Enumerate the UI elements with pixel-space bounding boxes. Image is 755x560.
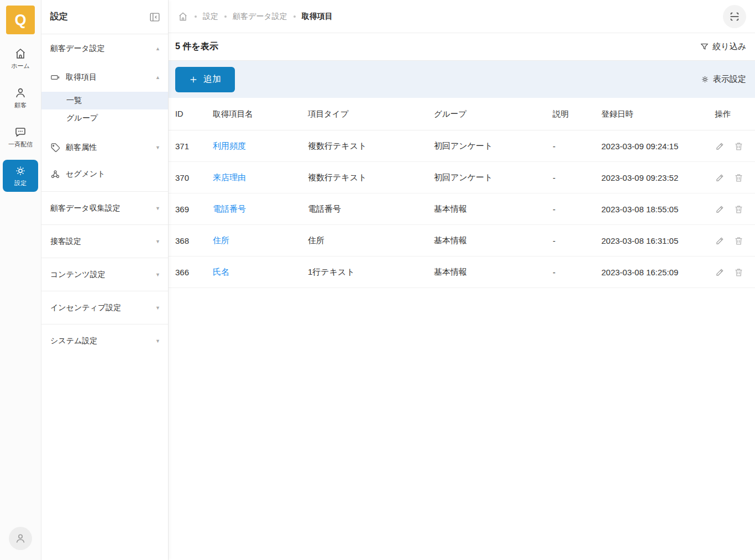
cell-registered-at: 2023-03-08 18:55:05: [601, 205, 715, 214]
delete-button[interactable]: [733, 204, 744, 214]
rail-item-home[interactable]: ホーム: [3, 44, 38, 74]
cell-item-name-link[interactable]: 氏名: [213, 267, 308, 278]
cell-actions: [715, 141, 755, 151]
edit-button[interactable]: [715, 267, 725, 278]
breadcrumb-home-icon[interactable]: [177, 11, 188, 22]
add-button-label: 追加: [203, 74, 221, 85]
settings-sidebar: 設定 顧客データ設定 ▲ 取得項目 ▲ 一覧 グループ 顧客属性 ▼ セグメント: [41, 0, 169, 560]
edit-button[interactable]: [715, 141, 725, 151]
cell-actions: [715, 267, 755, 278]
user-avatar[interactable]: [9, 527, 32, 550]
cell-id: 371: [175, 142, 213, 151]
add-button[interactable]: 追加: [175, 67, 235, 92]
result-count: 5 件を表示: [175, 41, 218, 53]
delete-button[interactable]: [733, 141, 744, 151]
cell-actions: [715, 204, 755, 214]
edit-button[interactable]: [715, 172, 725, 183]
cell-description: -: [553, 268, 601, 277]
sidebar-item-segment[interactable]: セグメント: [41, 161, 168, 187]
main-content: 設定 顧客データ設定 取得項目 5 件を表示 絞り込み 追加: [169, 0, 755, 560]
cell-group: 基本情報: [434, 267, 553, 278]
delete-button[interactable]: [733, 235, 744, 246]
sidebar-item-service-settings[interactable]: 接客設定 ▼: [41, 224, 168, 258]
person-icon: [14, 86, 27, 100]
count-bar: 5 件を表示 絞り込み: [169, 33, 755, 61]
sidebar-item-system-settings[interactable]: システム設定 ▼: [41, 324, 168, 357]
sidebar-title: 設定: [50, 11, 68, 23]
sidebar-item-list[interactable]: 一覧: [41, 92, 168, 109]
sidebar-item-label: 一覧: [66, 96, 82, 106]
column-header-type: 項目タイプ: [308, 109, 434, 119]
breadcrumb-separator: [195, 15, 197, 18]
cell-item-name-link[interactable]: 電話番号: [213, 204, 308, 214]
breadcrumb-separator: [224, 15, 227, 18]
sidebar-item-acquired-items[interactable]: 取得項目 ▲: [41, 63, 168, 92]
sidebar-item-label: インセンティブ設定: [50, 303, 121, 313]
table-row: 371 利用頻度 複数行テキスト 初回アンケート - 2023-03-09 09…: [169, 130, 755, 162]
segment-icon: [50, 169, 60, 179]
display-settings-label: 表示設定: [713, 74, 746, 85]
cell-item-name-link[interactable]: 利用頻度: [213, 141, 308, 151]
delete-button[interactable]: [733, 267, 744, 278]
sidebar-item-content-settings[interactable]: コンテンツ設定 ▼: [41, 258, 168, 291]
funnel-icon: [700, 42, 709, 51]
cell-id: 368: [175, 236, 213, 245]
cell-registered-at: 2023-03-09 09:24:15: [601, 142, 715, 151]
sidebar-spacer: [41, 127, 168, 134]
cell-item-name-link[interactable]: 来店理由: [213, 172, 308, 183]
table-row: 370 来店理由 複数行テキスト 初回アンケート - 2023-03-09 09…: [169, 162, 755, 193]
sidebar-item-incentive-settings[interactable]: インセンティブ設定 ▼: [41, 291, 168, 324]
gear-icon: [14, 164, 27, 177]
rail-item-customers[interactable]: 顧客: [3, 83, 38, 113]
card-icon: [50, 72, 60, 82]
sidebar-item-label: 顧客データ収集設定: [50, 203, 120, 213]
rail-item-broadcast[interactable]: 一斉配信: [3, 122, 38, 152]
sidebar-item-label: グループ: [66, 113, 98, 123]
sidebar-item-label: システム設定: [50, 336, 97, 346]
cell-registered-at: 2023-03-08 16:31:05: [601, 236, 715, 245]
cell-group: 初回アンケート: [434, 141, 553, 151]
cell-type: 1行テキスト: [308, 267, 434, 278]
breadcrumb-item-settings[interactable]: 設定: [203, 12, 218, 22]
column-header-actions: 操作: [715, 109, 755, 119]
cell-type: 住所: [308, 235, 434, 246]
sidebar-header: 設定: [41, 0, 168, 34]
breadcrumb-item-customer-data-settings[interactable]: 顧客データ設定: [233, 12, 287, 22]
breadcrumb-separator: [293, 15, 296, 18]
table-row: 369 電話番号 電話番号 基本情報 - 2023-03-08 18:55:05: [169, 193, 755, 225]
column-header-id: ID: [175, 109, 213, 118]
rail-item-label: 一斉配信: [8, 140, 33, 149]
chevron-down-icon: ▼: [155, 272, 160, 278]
filter-button[interactable]: 絞り込み: [700, 41, 746, 52]
app-logo[interactable]: Q: [6, 6, 35, 34]
collapse-sidebar-button[interactable]: [149, 11, 161, 23]
sidebar-item-data-collection-settings[interactable]: 顧客データ収集設定 ▼: [41, 191, 168, 224]
delete-button[interactable]: [733, 172, 744, 183]
breadcrumb-item-current: 取得項目: [302, 12, 333, 22]
cell-item-name-link[interactable]: 住所: [213, 235, 308, 246]
sidebar-item-customer-attributes[interactable]: 顧客属性 ▼: [41, 134, 168, 161]
cell-actions: [715, 172, 755, 183]
gear-icon: [700, 75, 710, 84]
cell-id: 369: [175, 205, 213, 214]
sidebar-item-group[interactable]: グループ: [41, 109, 168, 127]
home-icon: [14, 47, 27, 60]
cell-group: 基本情報: [434, 235, 553, 246]
sidebar-item-customer-data-settings[interactable]: 顧客データ設定 ▲: [41, 34, 168, 63]
breadcrumb: 設定 顧客データ設定 取得項目: [177, 11, 333, 22]
tag-icon: [50, 143, 60, 153]
cell-type: 電話番号: [308, 204, 434, 214]
column-header-name: 取得項目名: [213, 109, 308, 119]
rail-item-settings[interactable]: 設定: [3, 160, 38, 192]
rail-item-label: 設定: [14, 179, 27, 187]
cell-actions: [715, 235, 755, 246]
display-settings-button[interactable]: 表示設定: [700, 74, 746, 85]
edit-button[interactable]: [715, 204, 725, 214]
table-row: 366 氏名 1行テキスト 基本情報 - 2023-03-08 16:25:09: [169, 257, 755, 288]
scan-button[interactable]: [723, 5, 746, 28]
chevron-up-icon: ▲: [155, 46, 160, 51]
edit-button[interactable]: [715, 235, 725, 246]
avatar-person-icon: [14, 532, 27, 545]
sidebar-item-label: 顧客データ設定: [50, 44, 105, 54]
sidebar-spacer: [41, 187, 168, 191]
